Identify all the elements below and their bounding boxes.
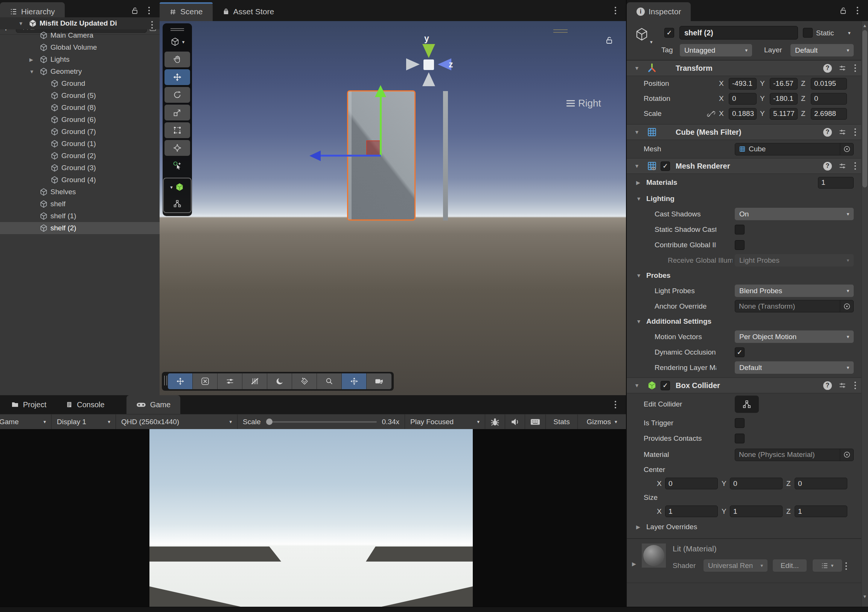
gizmo-y-arrowhead[interactable] [375, 85, 386, 97]
dynamic-occlusion-checkbox[interactable]: ✓ [735, 347, 744, 357]
collider-context-dropdown[interactable]: ▾ [164, 179, 190, 195]
center-x-field[interactable]: 0 [665, 478, 718, 489]
light-probes-dropdown[interactable]: Blend Probes▾ [735, 285, 854, 297]
hierarchy-item-global-volume[interactable]: Global Volume [0, 42, 160, 53]
scene-menu-icon[interactable] [613, 5, 618, 16]
lock-icon[interactable] [132, 7, 138, 14]
shader-dropdown[interactable]: Universal Rend▾ [704, 559, 767, 572]
rotation-z-field[interactable]: 0 [811, 93, 847, 105]
static-caret-icon[interactable]: ▾ [848, 30, 851, 36]
position-x-field[interactable]: -493.1 [729, 78, 756, 90]
foldout-open-icon[interactable]: ▼ [634, 129, 645, 135]
additional-settings-foldout[interactable]: ▼ Additional Settings [627, 314, 868, 329]
toolbar-handle[interactable] [163, 376, 168, 387]
box-collider-enabled-checkbox[interactable]: ✓ [660, 381, 670, 390]
scrollbar-thumb[interactable] [862, 30, 867, 187]
debug-button[interactable] [485, 414, 505, 429]
game-menu-icon[interactable] [613, 399, 618, 410]
view-orientation[interactable]: Right [566, 98, 601, 109]
mesh-renderer-header[interactable]: ▼ ✓ Mesh Renderer ? [627, 158, 868, 174]
component-menu-icon[interactable] [853, 161, 857, 171]
expander-closed-icon[interactable]: ▶ [29, 57, 37, 62]
is-trigger-checkbox[interactable] [735, 418, 744, 428]
foldout-open-icon[interactable]: ▼ [634, 383, 645, 389]
tools-overlay-toggle[interactable] [168, 373, 193, 389]
lighting-foldout[interactable]: ▼ Lighting [627, 191, 868, 206]
component-menu-icon[interactable] [853, 63, 857, 73]
layer-overrides-row[interactable]: ▶ Layer Overrides [627, 519, 868, 535]
gizmo-plane-handle[interactable] [366, 140, 381, 155]
rendering-layer-dropdown[interactable]: Default▾ [735, 361, 854, 374]
scroll-up-icon[interactable]: ▲ [862, 23, 868, 28]
view-hand-tool[interactable] [164, 51, 190, 67]
size-y-field[interactable]: 1 [730, 505, 783, 517]
tab-asset-store[interactable]: Asset Store [213, 2, 284, 21]
foldout-open-icon[interactable]: ▼ [634, 163, 645, 169]
component-menu-icon[interactable] [853, 380, 857, 391]
foldout-closed-icon[interactable]: ▶ [632, 561, 642, 567]
size-x-field[interactable]: 1 [665, 505, 718, 517]
hierarchy-item-ground-8[interactable]: Ground (8) [0, 102, 160, 114]
hierarchy-item-ground-2[interactable]: Ground (2) [0, 150, 160, 162]
lock-icon[interactable] [840, 7, 847, 14]
materials-count-field[interactable]: 1 [818, 177, 854, 189]
hierarchy-item-ground-5[interactable]: Ground (5) [0, 90, 160, 102]
box-collider-header[interactable]: ▼ ✓ Box Collider ? [627, 378, 868, 394]
edit-shader-button[interactable]: Edit... [773, 559, 807, 572]
orientation-left-cone[interactable] [406, 58, 420, 70]
presets-icon[interactable] [838, 128, 846, 136]
mesh-renderer-enabled-checkbox[interactable]: ✓ [660, 161, 670, 171]
scale-z-field[interactable]: 2.6988 [811, 108, 847, 120]
help-icon[interactable]: ? [823, 162, 832, 170]
material-list-button[interactable]: ▾ [813, 559, 842, 572]
material-preview-sphere[interactable] [642, 544, 666, 568]
position-y-field[interactable]: -16.57 [770, 78, 798, 90]
hierarchy-item-ground-6[interactable]: Ground (6) [0, 114, 160, 126]
hierarchy-item-ground-4[interactable]: Ground (4) [0, 174, 160, 186]
object-picker-icon[interactable] [840, 301, 853, 312]
layer-dropdown[interactable]: Default▾ [790, 44, 854, 56]
orientation-lock-icon[interactable] [606, 36, 613, 44]
effects-toggle[interactable] [292, 373, 317, 389]
gizmo-center-toggle[interactable] [342, 373, 367, 389]
provides-contacts-checkbox[interactable] [735, 434, 744, 443]
static-shadow-caster-checkbox[interactable] [735, 225, 744, 234]
anchor-override-field[interactable]: None (Transform) [735, 300, 854, 312]
help-icon[interactable]: ? [823, 64, 832, 73]
gizmo-y-axis[interactable] [380, 96, 382, 156]
hierarchy-item-shelf-2[interactable]: shelf (2) [0, 222, 160, 234]
rotate-tool[interactable] [164, 87, 190, 103]
center-y-field[interactable]: 0 [730, 478, 783, 489]
hierarchy-item-shelf-1[interactable]: shelf (1) [0, 210, 160, 222]
tool-settings-toggle[interactable] [193, 373, 217, 389]
presets-icon[interactable] [838, 381, 846, 390]
shelf-object-thin[interactable] [443, 91, 448, 220]
help-icon[interactable]: ? [823, 128, 832, 136]
static-checkbox[interactable] [803, 28, 813, 38]
gameobject-icon-caret[interactable]: ▾ [650, 39, 653, 45]
move-tool[interactable] [164, 69, 190, 85]
help-icon[interactable]: ? [823, 381, 832, 390]
size-z-field[interactable]: 1 [795, 505, 847, 517]
position-z-field[interactable]: 0.0195 [811, 78, 847, 90]
available-custom-tool[interactable] [164, 158, 190, 174]
rect-tool[interactable] [164, 122, 190, 138]
input-debug-button[interactable] [525, 414, 546, 429]
scroll-down-icon[interactable]: ▼ [862, 594, 868, 599]
tab-project[interactable]: Project [2, 395, 56, 414]
hierarchy-item-lights[interactable]: ▶Lights [0, 53, 160, 65]
object-picker-icon[interactable] [840, 143, 853, 155]
transform-tool[interactable] [164, 140, 190, 156]
expander-open-icon[interactable]: ▼ [19, 21, 26, 26]
tab-game[interactable]: Game [127, 395, 180, 414]
orientation-y-cone[interactable] [422, 44, 435, 58]
gizmo-z-arrowhead[interactable] [309, 150, 321, 161]
gizmos-button[interactable]: Gizmos ▾ [578, 414, 626, 429]
orientation-down-cone[interactable] [422, 72, 435, 86]
mesh-filter-header[interactable]: ▼ Cube (Mesh Filter) ? [627, 124, 868, 140]
hierarchy-item-shelf[interactable]: shelf [0, 198, 160, 210]
gameobject-name-field[interactable] [679, 26, 798, 40]
gizmo-z-axis[interactable] [321, 155, 381, 156]
hierarchy-item-shelves[interactable]: Shelves [0, 186, 160, 198]
edit-collider-tool[interactable] [164, 196, 190, 212]
